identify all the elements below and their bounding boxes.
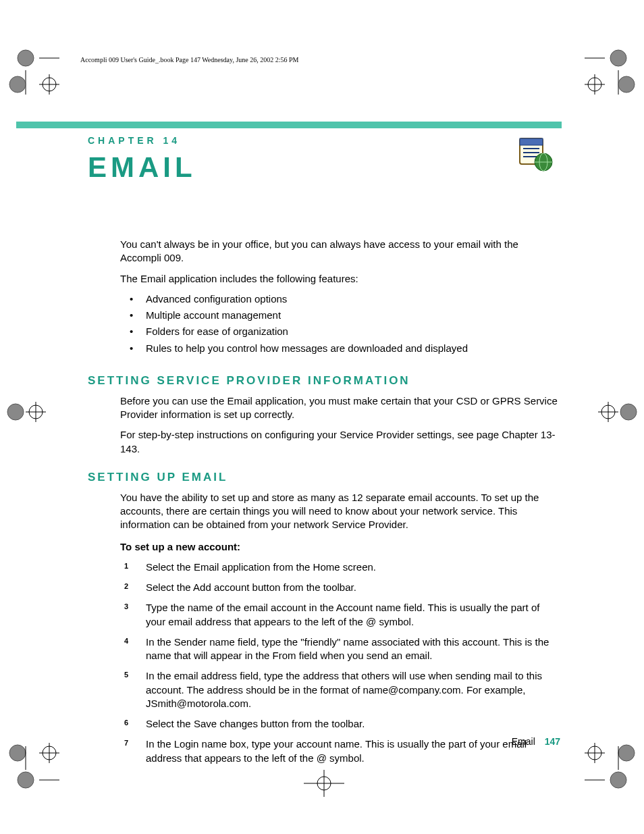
page-footer: Email 147: [88, 736, 560, 747]
crop-mark-icon: [5, 739, 59, 793]
list-item: 6Select the Save changes button from the…: [120, 717, 560, 731]
list-item: 2Select the Add account button from the …: [120, 581, 560, 594]
svg-rect-40: [520, 138, 543, 145]
procedure-list: 1Select the Email application from the H…: [120, 561, 560, 765]
svg-point-3: [9, 76, 26, 93]
crop-mark-icon: [598, 398, 639, 425]
list-item: 5In the email address field, type the ad…: [120, 669, 560, 710]
footer-section-label: Email: [512, 736, 535, 747]
step-text: Select the Email application from the Ho…: [146, 561, 376, 573]
email-globe-icon: [516, 135, 554, 172]
list-item: 4In the Sender name field, type the "fri…: [120, 635, 560, 663]
chapter-label: CHAPTER 14: [88, 135, 560, 146]
section-heading: SETTING UP EMAIL: [88, 471, 560, 484]
svg-point-29: [618, 745, 635, 761]
body-paragraph: You have the ability to set up and store…: [120, 491, 560, 532]
list-item: Rules to help you control how messages a…: [120, 342, 560, 355]
svg-point-22: [9, 745, 26, 761]
crop-mark-icon: [5, 47, 59, 101]
svg-point-7: [610, 50, 626, 66]
procedure-label: To set up a new account:: [120, 540, 560, 554]
body-paragraph: For step-by-step instructions on configu…: [120, 428, 560, 456]
svg-point-33: [610, 772, 626, 788]
chapter-divider-bar: [16, 122, 562, 128]
step-text: Type the name of the email account in th…: [146, 602, 539, 627]
step-text: In the email address field, type the add…: [146, 670, 542, 709]
crop-mark-icon: [585, 739, 639, 793]
crop-mark-icon: [5, 398, 46, 425]
svg-point-14: [7, 404, 24, 420]
intro-paragraph: You can't always be in your office, but …: [120, 238, 560, 265]
list-item: Multiple account management: [120, 309, 560, 322]
svg-point-26: [18, 772, 34, 788]
crop-mark-icon: [297, 770, 351, 797]
intro-paragraph: The Email application includes the follo…: [120, 272, 560, 286]
chapter-title: EMAIL: [88, 151, 560, 184]
svg-point-18: [620, 404, 637, 420]
svg-point-0: [18, 50, 34, 66]
page-header-meta: Accompli 009 User's Guide_.book Page 147…: [80, 56, 298, 63]
step-text: Select the Add account button from the t…: [146, 581, 356, 593]
body-paragraph: Before you can use the Email application…: [120, 394, 560, 422]
list-item: 1Select the Email application from the H…: [120, 561, 560, 574]
svg-point-10: [618, 76, 635, 93]
feature-list: Advanced configuration options Multiple …: [120, 292, 560, 355]
step-text: In the Sender name field, type the "frie…: [146, 636, 549, 661]
list-item: 3Type the name of the email account in t…: [120, 601, 560, 629]
list-item: Folders for ease of organization: [120, 325, 560, 338]
footer-page-number: 147: [545, 736, 560, 747]
list-item: Advanced configuration options: [120, 292, 560, 306]
crop-mark-icon: [585, 47, 639, 101]
section-heading: SETTING SERVICE PROVIDER INFORMATION: [88, 374, 560, 388]
step-text: Select the Save changes button from the …: [146, 718, 365, 729]
